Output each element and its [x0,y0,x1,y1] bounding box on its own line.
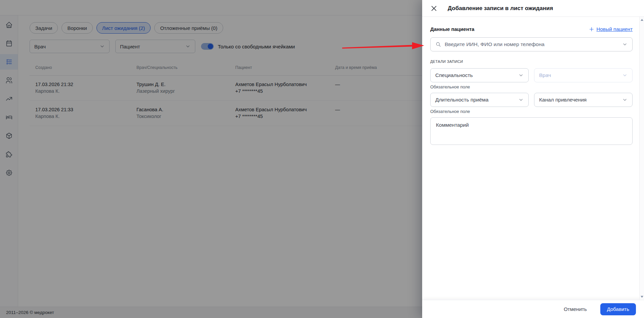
drawer-title: Добавление записи в лист ожидания [448,5,553,12]
scroll-up-icon[interactable] [641,19,643,21]
plus-icon [589,27,594,32]
chevron-down-icon [518,73,524,78]
drawer-scrollbar[interactable] [639,17,644,300]
new-patient-link[interactable]: Новый пациент [589,26,633,32]
chevron-down-icon [518,97,524,103]
comment-textarea[interactable] [430,117,633,145]
chevron-down-icon [622,73,628,78]
specialty-select[interactable]: Специальность [430,68,529,82]
chevron-down-icon[interactable] [622,42,628,47]
details-section-label: ДЕТАЛИ ЗАПИСИ [430,59,633,64]
patient-search-input[interactable] [445,41,619,47]
chevron-down-icon [622,97,628,103]
drawer-footer: Отменить Добавить [422,300,644,318]
search-icon [435,41,441,47]
patient-search-combobox[interactable] [430,37,633,51]
drawer-header: Добавление записи в лист ожидания [422,0,644,17]
close-icon[interactable] [430,5,438,12]
submit-button[interactable]: Добавить [600,303,636,315]
duration-select[interactable]: Длительность приёма [430,93,529,107]
cancel-button[interactable]: Отменить [564,306,587,312]
scroll-down-icon[interactable] [641,296,643,298]
patient-data-heading: Данные пациента [430,26,474,32]
required-field-note: Обязательное поле [430,109,633,114]
doctor-select[interactable]: Врач [534,68,633,82]
channel-select[interactable]: Канал привлечения [534,93,633,107]
new-patient-label: Новый пациент [597,26,633,32]
add-waiting-list-drawer: Добавление записи в лист ожидания Данные… [422,0,644,318]
drawer-body: Данные пациента Новый пациент ДЕТАЛИ ЗАП… [422,17,639,300]
required-field-note: Обязательное поле [430,84,633,89]
